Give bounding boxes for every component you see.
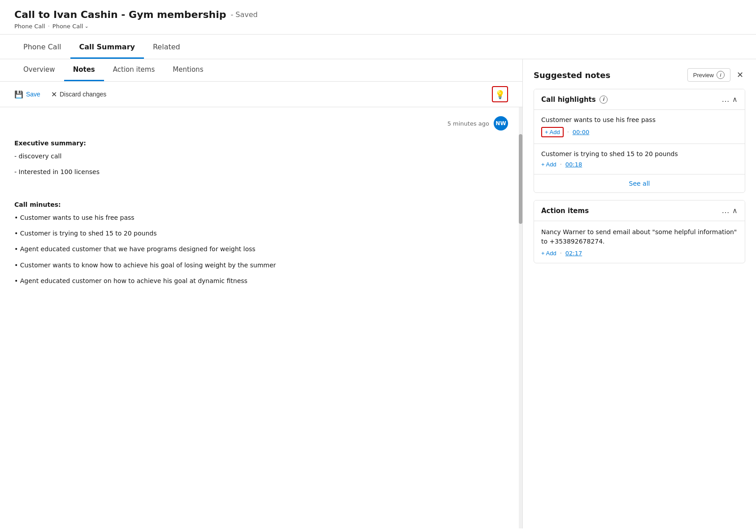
call-item-2: • Customer is trying to shed 15 to 20 po… bbox=[14, 228, 501, 239]
save-icon: 💾 bbox=[14, 90, 23, 99]
sub-tab-notes[interactable]: Notes bbox=[64, 59, 104, 81]
highlight-item-2: Customer is trying to shed 15 to 20 poun… bbox=[534, 144, 745, 174]
notes-area: 5 minutes ago NW Executive summary: - di… bbox=[0, 107, 522, 528]
highlight-actions-2: + Add · 00:18 bbox=[541, 161, 738, 168]
notes-content: Executive summary: - discovery call - In… bbox=[14, 138, 508, 287]
close-icon: ✕ bbox=[51, 90, 57, 99]
preview-info-icon[interactable]: i bbox=[717, 71, 725, 79]
breadcrumb-separator: · bbox=[48, 23, 50, 30]
suggested-notes-header: Suggested notes Preview i ✕ bbox=[534, 68, 745, 82]
chevron-down-icon: ⌄ bbox=[84, 23, 88, 29]
tab-phone-call[interactable]: Phone Call bbox=[14, 36, 70, 59]
call-item-3: • Agent educated customer that we have p… bbox=[14, 244, 501, 255]
toolbar: 💾 Save ✕ Discard changes 💡 bbox=[0, 82, 522, 107]
discard-button[interactable]: ✕ Discard changes bbox=[51, 88, 106, 100]
close-suggested-button[interactable]: ✕ bbox=[735, 68, 745, 82]
action-item-1: Nancy Warner to send email about "some h… bbox=[534, 221, 745, 263]
call-item-4: • Customer wants to know how to achieve … bbox=[14, 260, 501, 271]
call-highlights-header: Call highlights i … ∧ bbox=[534, 89, 745, 110]
time-link-2[interactable]: 00:18 bbox=[565, 161, 582, 168]
action-items-label: Action items bbox=[541, 207, 589, 215]
preview-button[interactable]: Preview i bbox=[687, 68, 730, 82]
see-all-row: See all bbox=[534, 174, 745, 192]
highlight-text-2: Customer is trying to shed 15 to 20 poun… bbox=[541, 150, 738, 157]
call-highlights-card: Call highlights i … ∧ Customer wants to … bbox=[534, 89, 745, 193]
add-action-1-button[interactable]: + Add bbox=[541, 250, 556, 257]
save-button[interactable]: 💾 Save bbox=[14, 88, 40, 100]
tab-call-summary[interactable]: Call Summary bbox=[70, 36, 144, 59]
close-icon: ✕ bbox=[737, 70, 743, 79]
sub-tabs: Overview Notes Action items Mentions bbox=[0, 59, 522, 82]
call-highlights-title: Call highlights i bbox=[541, 96, 719, 104]
sub-tab-action-items[interactable]: Action items bbox=[104, 59, 164, 81]
action-time-link-1[interactable]: 02:17 bbox=[565, 250, 582, 257]
action-items-title: Action items bbox=[541, 207, 719, 215]
tab-related[interactable]: Related bbox=[144, 36, 189, 59]
see-all-link[interactable]: See all bbox=[629, 180, 650, 187]
add-highlight-1-button[interactable]: + Add bbox=[541, 127, 564, 137]
right-panel: Suggested notes Preview i ✕ Call highlig… bbox=[523, 59, 756, 528]
timestamp: 5 minutes ago bbox=[448, 120, 489, 127]
action-item-text-1: Nancy Warner to send email about "some h… bbox=[541, 227, 738, 246]
action-items-collapse-button[interactable]: ∧ bbox=[732, 206, 738, 215]
scrollbar-track[interactable] bbox=[519, 107, 522, 528]
action-items-card: Action items … ∧ Nancy Warner to send em… bbox=[534, 200, 745, 263]
highlight-actions-1: + Add · 00:00 bbox=[541, 127, 738, 137]
highlight-text-1: Customer wants to use his free pass bbox=[541, 116, 738, 123]
suggested-notes-title: Suggested notes bbox=[534, 70, 683, 80]
call-highlights-label: Call highlights bbox=[541, 96, 596, 104]
timestamp-row: 5 minutes ago NW bbox=[14, 116, 508, 131]
breadcrumb-item2: Phone Call bbox=[52, 23, 83, 30]
call-item-1: • Customer wants to use his free pass bbox=[14, 212, 501, 223]
action-items-header: Action items … ∧ bbox=[534, 201, 745, 221]
left-panel: Overview Notes Action items Mentions 💾 S… bbox=[0, 59, 523, 528]
top-header: Call to Ivan Cashin - Gym membership - S… bbox=[0, 0, 756, 35]
title-text: Call to Ivan Cashin - Gym membership bbox=[14, 9, 226, 20]
call-highlights-more-button[interactable]: … bbox=[719, 95, 732, 104]
action-items-more-button[interactable]: … bbox=[719, 206, 732, 215]
call-item-5: • Agent educated customer on how to achi… bbox=[14, 275, 501, 287]
call-minutes-title: Call minutes: bbox=[14, 199, 501, 210]
action-item-actions-1: + Add · 02:17 bbox=[541, 250, 738, 257]
breadcrumb: Phone Call · Phone Call ⌄ bbox=[14, 23, 742, 30]
sub-tab-overview[interactable]: Overview bbox=[14, 59, 64, 81]
call-highlights-collapse-button[interactable]: ∧ bbox=[732, 95, 738, 104]
add-highlight-2-button[interactable]: + Add bbox=[541, 161, 556, 168]
preview-label: Preview bbox=[693, 72, 714, 78]
time-link-1[interactable]: 00:00 bbox=[573, 129, 589, 135]
saved-badge: - Saved bbox=[230, 10, 257, 19]
page-title: Call to Ivan Cashin - Gym membership - S… bbox=[14, 9, 742, 20]
breadcrumb-dropdown[interactable]: Phone Call ⌄ bbox=[52, 23, 89, 30]
highlight-item-1: Customer wants to use his free pass + Ad… bbox=[534, 110, 745, 144]
main-tabs: Phone Call Call Summary Related bbox=[0, 36, 756, 59]
lightbulb-icon: 💡 bbox=[495, 90, 505, 99]
save-label: Save bbox=[26, 91, 40, 98]
breadcrumb-item1: Phone Call bbox=[14, 23, 45, 30]
scrollbar-thumb[interactable] bbox=[519, 134, 522, 224]
exec-item-2: - Interested in 100 licenses bbox=[14, 166, 501, 178]
lightbulb-button[interactable]: 💡 bbox=[492, 86, 508, 102]
exec-item-1: - discovery call bbox=[14, 151, 501, 162]
content-area: Overview Notes Action items Mentions 💾 S… bbox=[0, 59, 756, 528]
dot-sep-2: · bbox=[560, 161, 562, 168]
dot-sep-1: · bbox=[567, 129, 569, 135]
exec-summary-title: Executive summary: bbox=[14, 138, 501, 149]
discard-label: Discard changes bbox=[60, 91, 106, 98]
call-highlights-info-icon[interactable]: i bbox=[600, 96, 608, 104]
action-dot-sep-1: · bbox=[560, 250, 562, 257]
avatar: NW bbox=[494, 116, 508, 131]
sub-tab-mentions[interactable]: Mentions bbox=[164, 59, 212, 81]
